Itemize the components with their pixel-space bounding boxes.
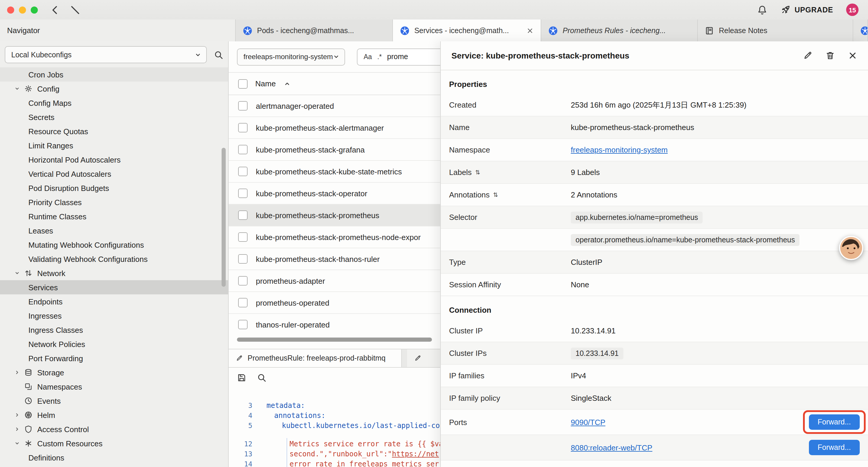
table-row-kube-prometheus-stack-grafana[interactable]: kube-prometheus-stack-grafana bbox=[229, 139, 440, 161]
link-freeleaps-monitoring-system[interactable]: freeleaps-monitoring-system bbox=[571, 145, 668, 154]
table-scroll-area bbox=[229, 329, 440, 349]
regex-toggle[interactable]: .* bbox=[377, 53, 382, 60]
row-checkbox[interactable] bbox=[238, 101, 248, 111]
chevron-right-icon[interactable] bbox=[14, 412, 20, 418]
row-checkbox[interactable] bbox=[238, 298, 248, 308]
filter-input[interactable]: Aa .* prome bbox=[357, 48, 440, 65]
tab-services-icecheng-math[interactable]: Services - icecheng@math... bbox=[393, 20, 541, 42]
sidebar-item-network-policies[interactable]: Network Policies bbox=[0, 337, 228, 351]
sidebar-item-limit-ranges[interactable]: Limit Ranges bbox=[0, 138, 228, 152]
tab-release-notes[interactable]: Release Notes bbox=[698, 20, 853, 41]
close-tab-icon[interactable] bbox=[527, 27, 534, 34]
sidebar-item-network[interactable]: Network bbox=[0, 266, 228, 280]
table-row-kube-prometheus-stack-thanos-ruler[interactable]: kube-prometheus-stack-thanos-ruler bbox=[229, 248, 440, 270]
tab-pods-icecheng-mathmas[interactable]: Pods - icecheng@mathmas... bbox=[236, 20, 393, 41]
editor-code[interactable]: 3metadata:4annotations:5kubectl.kubernet… bbox=[229, 388, 440, 467]
close-panel-icon[interactable] bbox=[848, 51, 857, 60]
tab-argo-se[interactable]: Argo Se bbox=[853, 20, 868, 41]
horizontal-scrollbar[interactable] bbox=[237, 338, 432, 342]
sidebar-search-icon[interactable] bbox=[214, 50, 223, 59]
namespace-selector[interactable]: freeleaps-monitoring-system bbox=[237, 48, 345, 65]
sidebar-item-horizontal-pod-autoscalers[interactable]: Horizontal Pod Autoscalers bbox=[0, 152, 228, 167]
forward-button[interactable]: Forward... bbox=[809, 414, 860, 430]
sidebar-item-cron-jobs[interactable]: Cron Jobs bbox=[0, 67, 228, 82]
table-row-alertmanager-operated[interactable]: alertmanager-operated bbox=[229, 95, 440, 117]
chevron-down-icon[interactable] bbox=[14, 270, 20, 276]
expand-toggle-icon[interactable]: ⇅ bbox=[475, 169, 480, 176]
forward-icon[interactable] bbox=[68, 4, 79, 15]
sidebar-item-namespaces[interactable]: Namespaces bbox=[0, 380, 228, 394]
table-row-prometheus-adapter[interactable]: prometheus-adapter bbox=[229, 270, 440, 292]
row-checkbox[interactable] bbox=[238, 145, 248, 154]
kubeconfig-selector[interactable]: Local Kubeconfigs bbox=[5, 46, 207, 63]
link-8080-reloader-web-tcp[interactable]: 8080:reloader-web/TCP bbox=[571, 443, 652, 452]
row-checkbox[interactable] bbox=[238, 188, 248, 198]
upgrade-button[interactable]: UPGRADE bbox=[780, 5, 833, 15]
sidebar-item-port-forwarding[interactable]: Port Forwarding bbox=[0, 351, 228, 365]
sidebar-item-storage[interactable]: Storage bbox=[0, 365, 228, 380]
row-checkbox[interactable] bbox=[238, 123, 248, 133]
close-window-button[interactable] bbox=[7, 6, 14, 13]
row-checkbox[interactable] bbox=[238, 254, 248, 264]
back-icon[interactable] bbox=[50, 4, 60, 15]
sidebar-item-resource-quotas[interactable]: Resource Quotas bbox=[0, 124, 228, 138]
sidebar-item-runtime-classes[interactable]: Runtime Classes bbox=[0, 209, 228, 224]
sidebar-item-services[interactable]: Services bbox=[0, 280, 228, 294]
row-checkbox[interactable] bbox=[238, 167, 248, 176]
sidebar-item-mutating-webhook-configurations[interactable]: Mutating Webhook Configurations bbox=[0, 238, 228, 252]
sidebar-item-custom-resources[interactable]: Custom Resources bbox=[0, 436, 228, 450]
tab-prometheus-rules-icecheng[interactable]: Prometheus Rules - icecheng... bbox=[541, 20, 698, 41]
sidebar-item-ingresses[interactable]: Ingresses bbox=[0, 309, 228, 323]
chevron-down-icon[interactable] bbox=[14, 440, 20, 446]
sidebar-item-validating-webhook-configurations[interactable]: Validating Webhook Configurations bbox=[0, 252, 228, 266]
sidebar-item-access-control[interactable]: Access Control bbox=[0, 422, 228, 436]
sort-asc-icon[interactable] bbox=[283, 80, 290, 87]
sidebar-item-label: Config Maps bbox=[28, 98, 71, 107]
zoom-window-button[interactable] bbox=[31, 6, 38, 13]
sidebar-item-secrets[interactable]: Secrets bbox=[0, 110, 228, 124]
sidebar-item-priority-classes[interactable]: Priority Classes bbox=[0, 195, 228, 209]
notification-badge[interactable]: 15 bbox=[846, 4, 859, 16]
editor-search-icon[interactable] bbox=[257, 373, 267, 382]
chevron-down-icon[interactable] bbox=[14, 86, 20, 92]
editor-tab-partial[interactable] bbox=[407, 349, 440, 367]
match-case-toggle[interactable]: Aa bbox=[364, 53, 372, 60]
table-row-prometheus-operated[interactable]: prometheus-operated bbox=[229, 292, 440, 314]
sidebar-item-label: Runtime Classes bbox=[28, 212, 87, 221]
sidebar-item-helm[interactable]: Helm bbox=[0, 408, 228, 422]
notifications-bell-icon[interactable] bbox=[756, 4, 767, 15]
save-icon[interactable] bbox=[237, 373, 246, 382]
property-value: app.kubernetes.io/name=prometheus bbox=[571, 211, 860, 223]
table-row-kube-prometheus-stack-operator[interactable]: kube-prometheus-stack-operator bbox=[229, 183, 440, 205]
sidebar-item-config-maps[interactable]: Config Maps bbox=[0, 96, 228, 110]
delete-icon[interactable] bbox=[826, 51, 835, 60]
table-row-kube-prometheus-stack-prometheus[interactable]: kube-prometheus-stack-prometheus bbox=[229, 205, 440, 226]
table-row-kube-prometheus-stack-kube-state-metrics[interactable]: kube-prometheus-stack-kube-state-metrics bbox=[229, 161, 440, 183]
row-checkbox[interactable] bbox=[238, 210, 248, 220]
sidebar-item-config[interactable]: Config bbox=[0, 82, 228, 96]
table-row-thanos-ruler-operated[interactable]: thanos-ruler-operated bbox=[229, 314, 440, 329]
sidebar-item-events[interactable]: Events bbox=[0, 394, 228, 408]
table-row-kube-prometheus-stack-alertmanager[interactable]: kube-prometheus-stack-alertmanager bbox=[229, 117, 440, 139]
minimize-window-button[interactable] bbox=[19, 6, 26, 13]
sidebar-item-ingress-classes[interactable]: Ingress Classes bbox=[0, 323, 228, 337]
edit-icon[interactable] bbox=[803, 51, 812, 60]
row-checkbox[interactable] bbox=[238, 320, 248, 329]
sidebar-item-pod-disruption-budgets[interactable]: Pod Disruption Budgets bbox=[0, 181, 228, 195]
sidebar-item-endpoints[interactable]: Endpoints bbox=[0, 294, 228, 309]
table-row-kube-prometheus-stack-prometheus-node-expor[interactable]: kube-prometheus-stack-prometheus-node-ex… bbox=[229, 226, 440, 248]
sidebar-item-definitions[interactable]: Definitions bbox=[0, 450, 228, 465]
row-checkbox[interactable] bbox=[238, 276, 248, 286]
chevron-right-icon[interactable] bbox=[14, 426, 20, 432]
select-all-checkbox[interactable] bbox=[238, 79, 248, 88]
row-checkbox[interactable] bbox=[238, 232, 248, 242]
sidebar-item-leases[interactable]: Leases bbox=[0, 224, 228, 238]
chevron-right-icon[interactable] bbox=[14, 370, 20, 375]
editor-tab-prometheusrule[interactable]: PrometheusRule: freeleaps-prod-rabbitmq bbox=[229, 349, 402, 367]
expand-toggle-icon[interactable]: ⇅ bbox=[493, 192, 498, 198]
sidebar-item-vertical-pod-autoscalers[interactable]: Vertical Pod Autoscalers bbox=[0, 167, 228, 181]
sidebar-scrollbar[interactable] bbox=[222, 148, 226, 287]
forward-button[interactable]: Forward... bbox=[809, 440, 860, 455]
link-9090-tcp[interactable]: 9090/TCP bbox=[571, 418, 606, 427]
column-header-name[interactable]: Name bbox=[255, 79, 276, 88]
